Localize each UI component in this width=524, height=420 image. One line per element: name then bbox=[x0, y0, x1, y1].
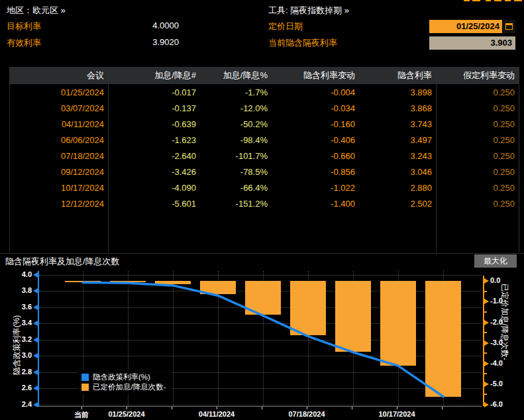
table-cell: 0.250 bbox=[436, 199, 519, 209]
x-tick-label: 01/25/2024 bbox=[97, 410, 156, 418]
left-tick-marker bbox=[33, 272, 38, 278]
table-row[interactable]: 03/07/2024-0.137-12.0%-0.0343.8680.250 bbox=[10, 100, 519, 116]
table-row[interactable]: 10/17/2024-4.090-66.4%-1.0222.8800.250 bbox=[10, 180, 519, 195]
right-minor-tick bbox=[484, 291, 487, 292]
left-tick-marker bbox=[33, 288, 38, 293]
table-cell: -101.7% bbox=[200, 151, 272, 161]
table-cell: -0.137 bbox=[108, 103, 200, 113]
table-cell: -151.2% bbox=[200, 199, 272, 209]
table-cell: 3.743 bbox=[359, 119, 436, 129]
x-tick-label: 07/18/2024 bbox=[277, 410, 337, 418]
table-cell: 0.250 bbox=[436, 151, 519, 161]
column-header: 加息/降息# bbox=[108, 70, 200, 81]
table-cell: -0.004 bbox=[272, 87, 359, 97]
table-cell: -0.160 bbox=[272, 119, 359, 129]
right-minor-tick bbox=[484, 332, 487, 333]
table-cell: 01/25/2024 bbox=[10, 87, 108, 97]
table-cell: 03/07/2024 bbox=[10, 103, 108, 113]
current-implied-value-field[interactable]: 3.903 bbox=[429, 36, 515, 50]
x-tick bbox=[397, 407, 397, 409]
right-tick-label: -2.0 bbox=[490, 318, 503, 326]
left-tick-label: 3.4 bbox=[1, 319, 32, 327]
left-tick-label: 2.4 bbox=[1, 400, 32, 408]
table-right-border bbox=[519, 67, 519, 252]
table-row[interactable]: 04/11/2024-0.639-50.2%-0.1603.7430.250 bbox=[10, 116, 519, 132]
table-cell: 0.250 bbox=[436, 167, 519, 177]
x-tick bbox=[262, 407, 262, 409]
table-row[interactable]: 07/18/2024-2.640-101.7%-0.6603.2430.250 bbox=[10, 148, 519, 164]
effective-rate-value: 3.9020 bbox=[113, 37, 179, 47]
table-row[interactable]: 12/12/2024-5.601-151.2%-1.4002.5020.250 bbox=[10, 195, 519, 211]
x-tick bbox=[307, 407, 307, 409]
left-tick-marker bbox=[33, 370, 38, 375]
column-header: 加息/降息% bbox=[200, 70, 272, 81]
right-minor-tick bbox=[484, 394, 487, 395]
table-cell: 0.250 bbox=[436, 183, 519, 193]
legend-label: 已定价加息/降息次数- bbox=[93, 382, 166, 392]
maximize-button[interactable]: 最大化 bbox=[474, 254, 517, 268]
left-tick-label: 3.6 bbox=[1, 303, 32, 311]
left-tick-marker bbox=[33, 305, 38, 310]
legend-item: 已定价加息/降息次数- bbox=[81, 382, 166, 392]
right-tick-label: -6.0 bbox=[490, 400, 503, 408]
effective-rate-label: 有效利率 bbox=[7, 37, 41, 49]
x-tick-label: 04/11/2024 bbox=[187, 410, 246, 418]
x-tick bbox=[217, 407, 217, 409]
left-tick-marker bbox=[33, 337, 38, 342]
table-header-row: 会议加息/降息#加息/降息%隐含利率变动隐含利率假定利率变动 bbox=[10, 67, 519, 84]
current-implied-label: 当前隐含隔夜利率 bbox=[268, 37, 337, 49]
table-cell: 3.497 bbox=[359, 135, 436, 145]
table-cell: 3.243 bbox=[359, 151, 436, 161]
right-tick-marker bbox=[484, 299, 489, 304]
table-cell: -5.601 bbox=[108, 199, 200, 209]
right-minor-tick bbox=[484, 373, 487, 374]
column-header: 隐含利率 bbox=[359, 70, 436, 81]
table-cell: 10/17/2024 bbox=[10, 183, 108, 193]
target-rate-label: 目标利率 bbox=[7, 21, 41, 32]
table-row[interactable]: 09/12/2024-3.426-78.5%-0.8563.0460.250 bbox=[10, 164, 519, 180]
table-body: 01/25/2024-0.017-1.7%-0.0043.8980.25003/… bbox=[10, 84, 519, 211]
right-tick-marker bbox=[484, 402, 489, 407]
table-cell: 09/12/2024 bbox=[10, 167, 108, 177]
region-selector[interactable]: 地区：欧元区 » bbox=[7, 5, 66, 17]
column-header: 假定利率变动 bbox=[436, 70, 519, 81]
table-cell: 0.250 bbox=[436, 135, 519, 145]
left-tick-marker bbox=[33, 321, 38, 326]
x-tick bbox=[442, 407, 443, 409]
right-tick-label: -3.0 bbox=[490, 339, 503, 346]
right-tick-marker bbox=[484, 382, 489, 387]
column-header: 隐含利率变动 bbox=[272, 70, 359, 81]
calendar-button[interactable] bbox=[503, 20, 515, 33]
x-tick-label: 10/17/2024 bbox=[367, 410, 427, 418]
table-cell: 0.250 bbox=[436, 87, 519, 97]
table-cell: -78.5% bbox=[200, 167, 272, 177]
table-cell: -12.0% bbox=[200, 103, 272, 113]
terminal-screen: 地区：欧元区 » 工具: 隔夜指数掉期 » 目标利率 4.0000 有效利率 3… bbox=[0, 0, 524, 420]
chart-title: 隐含隔夜利率及加息/降息次数 bbox=[5, 256, 120, 268]
calendar-icon bbox=[505, 23, 513, 30]
left-tick-marker bbox=[33, 353, 38, 358]
legend-label: 隐含政策利率(%) bbox=[93, 372, 150, 382]
table-cell: -1.623 bbox=[108, 135, 200, 145]
right-tick-label: -5.0 bbox=[490, 380, 503, 388]
right-tick-marker bbox=[484, 361, 489, 366]
table-cell: 3.898 bbox=[359, 87, 436, 97]
meetings-table: 会议加息/降息#加息/降息%隐含利率变动隐含利率假定利率变动 01/25/202… bbox=[10, 67, 519, 211]
table-divider-1 bbox=[108, 67, 109, 252]
right-tick-marker bbox=[484, 341, 489, 346]
column-header: 会议 bbox=[10, 70, 108, 81]
left-tick-label: 3.8 bbox=[1, 286, 32, 294]
table-cell: -50.2% bbox=[200, 119, 272, 129]
right-minor-tick bbox=[484, 311, 487, 313]
right-tick-label: -4.0 bbox=[490, 359, 503, 367]
table-cell: -3.426 bbox=[108, 167, 200, 177]
table-cell: 3.868 bbox=[359, 103, 436, 113]
table-cell: 3.046 bbox=[359, 167, 436, 177]
tool-selector[interactable]: 工具: 隔夜指数掉期 » bbox=[268, 5, 349, 17]
table-row[interactable]: 01/25/2024-0.017-1.7%-0.0043.8980.250 bbox=[10, 84, 519, 100]
pricing-date-input[interactable]: 01/25/2024 bbox=[429, 20, 502, 33]
chart-section: 隐含隔夜利率及加息/降息次数 最大化 隐含政策利率(%) 已定价加息/降息次数-… bbox=[0, 253, 524, 420]
table-cell: -1.400 bbox=[272, 199, 359, 209]
table-cell: -1.022 bbox=[272, 183, 359, 193]
table-row[interactable]: 06/06/2024-1.623-98.4%-0.4063.4970.250 bbox=[10, 132, 519, 148]
